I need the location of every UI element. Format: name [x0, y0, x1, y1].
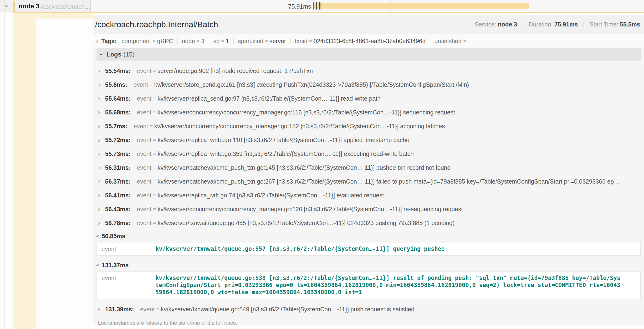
service-label: Service:: [475, 21, 496, 28]
log-timestamp: 56.37ms:: [105, 178, 130, 185]
log-timestamp: 55.54ms:: [105, 68, 130, 74]
span-duration-label: 75.91ms: [250, 3, 311, 10]
log-row-expand-chevron-icon[interactable]: ›: [98, 81, 105, 88]
trace-span-row[interactable]: › node 3 /cockroach.roach… 75.91ms: [0, 0, 644, 12]
name-column-divider[interactable]: [232, 0, 232, 12]
logs-collapse-chevron-icon[interactable]: ›: [98, 53, 105, 56]
log-field-key: event: [134, 123, 148, 130]
log-tick: [314, 2, 314, 10]
log-row-collapse-chevron-icon[interactable]: ›: [94, 264, 101, 266]
tag-separator: [233, 38, 234, 44]
tag-item[interactable]: span.kind = server: [238, 38, 295, 44]
log-row[interactable]: › 56.43ms: event = kv/kvserver/concurren…: [93, 202, 644, 216]
logs-label: Logs: [106, 51, 121, 58]
tag-key: component: [122, 38, 151, 44]
log-row-expand-chevron-icon[interactable]: ›: [98, 122, 105, 130]
log-field-value: kv/kvserver/txnwait/queue.go:538 [n3,s3,…: [156, 274, 620, 296]
log-message: kv/kvserver/txnwait/queue.go:549 [n3,s3,…: [161, 306, 414, 313]
log-message: kv/kvserver/batcheval/cmd_push_txn.go:14…: [158, 164, 450, 171]
log-row[interactable]: › 55.64ms: event = kv/kvserver/replica_s…: [93, 92, 644, 106]
logs-section-header[interactable]: › Logs (15): [96, 48, 641, 60]
log-row-expand-chevron-icon[interactable]: ›: [98, 219, 105, 227]
log-equals-sign: =: [153, 68, 156, 74]
log-row[interactable]: › 56.78ms: event = kv/kvserver/txnwait/q…: [93, 216, 644, 230]
log-row-expand-chevron-icon[interactable]: ›: [98, 95, 105, 102]
logs-count: (15): [124, 51, 134, 58]
tag-key: span.kind: [238, 38, 263, 44]
log-row-collapse-chevron-icon[interactable]: ›: [94, 235, 101, 237]
tag-equals-sign: =: [463, 38, 466, 44]
tags-row[interactable]: › Tags: component = gRPC node = 3 sb = 1…: [93, 34, 644, 48]
log-timestamp: 55.73ms:: [105, 150, 130, 157]
log-message: kv/kvserver/concurrency/concurrency_mana…: [158, 109, 455, 116]
log-message: kv/kvserver/replica_raft.go:74 [n3,s3,r6…: [158, 192, 384, 199]
tree-guide-line: [4, 0, 4, 329]
log-tick-end: [529, 2, 529, 11]
log-row[interactable]: › 55.72ms: event = kv/kvserver/replica_w…: [93, 133, 644, 147]
log-timestamp: 56.78ms:: [105, 220, 130, 226]
meta-separator: |: [583, 21, 585, 28]
log-row-expand-chevron-icon[interactable]: ›: [98, 108, 105, 116]
tag-key: node: [182, 38, 195, 44]
log-fields-table: event kv/kvserver/txnwait/queue.go:538 […: [96, 271, 641, 299]
span-operation-name: /cockroach.roach…: [41, 3, 90, 10]
log-tick: [316, 2, 317, 10]
log-field-key: event: [137, 150, 151, 157]
tag-item[interactable]: txnid = 024d3323-6c8f-4863-aa8b-37ab0e63…: [295, 38, 434, 44]
log-row-expand-chevron-icon[interactable]: ›: [98, 192, 105, 199]
log-row-expanded-header[interactable]: › 56.85ms: [93, 230, 644, 242]
log-field-value-line: temConfigSpan/Start pri=0.03293366 epo=0…: [156, 282, 620, 289]
log-row-expand-chevron-icon[interactable]: ›: [98, 67, 105, 74]
log-row-expand-chevron-icon[interactable]: ›: [98, 306, 105, 313]
log-row[interactable]: › 55.7ms: event = kv/kvserver/concurrenc…: [93, 119, 644, 133]
meta-separator: |: [522, 21, 524, 28]
tag-item[interactable]: node = 3: [182, 38, 213, 44]
log-entry-expanded: › 131.37ms event kv/kvserver/txnwait/que…: [93, 259, 644, 299]
log-row[interactable]: › 56.37ms: event = kv/kvserver/batcheval…: [93, 174, 644, 188]
span-bar[interactable]: [314, 3, 529, 8]
log-timestamp: 55.72ms:: [105, 136, 130, 144]
log-row-expand-chevron-icon[interactable]: ›: [98, 150, 105, 158]
tag-item[interactable]: unfinished =: [434, 38, 468, 44]
tag-item[interactable]: component = gRPC: [122, 38, 182, 44]
tag-key: txnid: [295, 38, 308, 44]
log-row[interactable]: › 55.73ms: event = kv/kvserver/replica_w…: [93, 147, 644, 161]
log-row[interactable]: › 56.41ms: event = kv/kvserver/replica_r…: [93, 188, 644, 202]
log-row-expand-chevron-icon[interactable]: ›: [98, 164, 105, 172]
log-row-expand-chevron-icon[interactable]: ›: [98, 178, 105, 185]
tags-expand-chevron-icon[interactable]: ›: [96, 38, 98, 44]
log-row[interactable]: › 55.54ms: event = server/node.go:902 [n…: [93, 64, 644, 78]
log-tick: [320, 2, 321, 10]
collapse-chevron-icon[interactable]: ›: [4, 5, 11, 7]
log-tick: [315, 2, 315, 10]
log-message: kv/kvserver/replica_write.go:110 [n3,s3,…: [158, 136, 410, 144]
log-equals-sign: =: [150, 82, 152, 88]
log-row-expanded-header[interactable]: › 131.37ms: [93, 259, 644, 271]
tags-label: Tags:: [101, 38, 117, 44]
duration-label: Duration:: [529, 21, 553, 28]
tag-value: gRPC: [157, 38, 173, 44]
log-fields-table: event kv/kvserver/txnwait/queue.go:557 […: [96, 242, 641, 256]
log-row[interactable]: › 55.6ms: event = kv/kvserver/store_send…: [93, 78, 644, 92]
log-timestamp: 55.7ms:: [105, 123, 127, 130]
tag-item[interactable]: sb = 1: [213, 38, 238, 44]
log-timestamp: 56.41ms:: [105, 192, 130, 199]
log-timestamp: 56.43ms:: [105, 206, 130, 213]
log-timestamp: 131.39ms:: [105, 306, 134, 313]
log-entry-expanded: › 56.85ms event kv/kvserver/txnwait/queu…: [93, 230, 644, 256]
log-row[interactable]: › 56.31ms: event = kv/kvserver/batcheval…: [93, 161, 644, 174]
span-service-name: node 3: [18, 2, 39, 10]
tag-equals-sign: =: [265, 38, 268, 44]
log-field-key: event: [97, 245, 156, 252]
log-row[interactable]: › 131.39ms: event = kv/kvserver/txnwait/…: [93, 302, 644, 316]
log-row[interactable]: › 55.68ms: event = kv/kvserver/concurren…: [93, 106, 644, 119]
log-field-key: event: [137, 109, 151, 116]
log-equals-sign: =: [153, 96, 156, 101]
log-message: kv/kvserver/batcheval/cmd_push_txn.go:26…: [158, 178, 620, 185]
log-row-expand-chevron-icon[interactable]: ›: [98, 136, 105, 144]
log-timestamp: 55.6ms:: [105, 81, 127, 88]
log-row-expand-chevron-icon[interactable]: ›: [98, 205, 105, 213]
start-time-value: 55.5ms: [620, 21, 640, 28]
log-field-key: event: [97, 274, 156, 282]
log-timestamp: 55.68ms:: [105, 109, 130, 116]
